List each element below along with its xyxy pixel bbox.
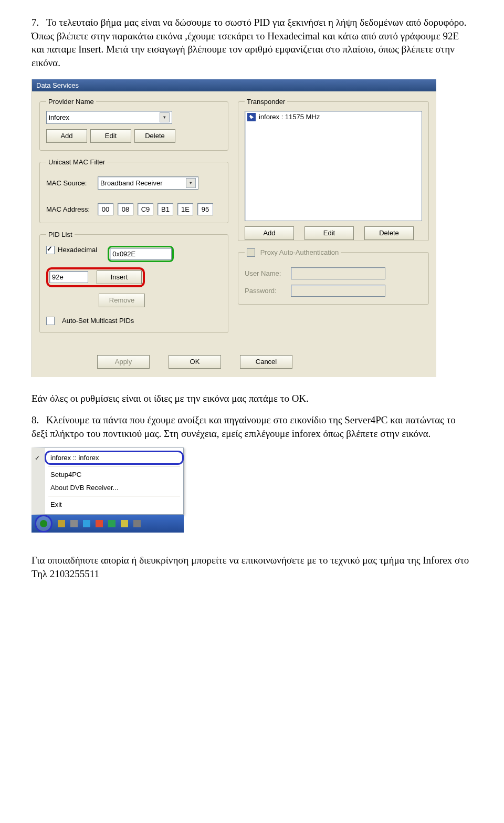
mac-octet-4[interactable]: 1E — [177, 203, 193, 215]
tray-icon[interactable] — [133, 520, 141, 527]
menu-item-setup4pc[interactable]: Setup4PC — [45, 468, 183, 481]
provider-add-button[interactable]: Add — [46, 129, 87, 143]
item8-text: Κλείνουμε τα πάντα που έχουμε ανοίξει κα… — [32, 414, 456, 439]
group-pid-list: PID List Hexadecimal 0x092E — [39, 231, 228, 333]
doc-footer: Για οποιαδήποτε απορία ή διευκρίνηση μπο… — [32, 554, 472, 580]
doc-mid-line: Εάν όλες οι ρυθμίσεις είναι οι ίδιες με … — [32, 392, 472, 405]
mac-source-combobox[interactable]: Broadband Receiver ▾ — [98, 176, 198, 190]
insert-button[interactable]: Insert — [97, 270, 142, 284]
ok-button[interactable]: OK — [169, 355, 221, 369]
screenshot-tray-menu: ✓ inforex :: inforex Setup4PC About DVB … — [32, 447, 184, 533]
item7-number: 7. — [32, 16, 46, 29]
tray-icon[interactable] — [96, 520, 103, 527]
transponder-delete-button[interactable]: Delete — [364, 226, 414, 240]
item7-text: Το τελευταίο βήμα μας είναι να δώσουμε τ… — [32, 17, 467, 68]
highlight-pid-insert: 92e Insert — [46, 267, 145, 287]
proxy-user-label: User Name: — [245, 269, 287, 277]
doc-item-8: 8.Κλείνουμε τα πάντα που έχουμε ανοίξει … — [32, 413, 472, 440]
tray-icon[interactable] — [83, 520, 90, 527]
menu-separator — [48, 496, 180, 496]
taskbar — [32, 515, 184, 533]
menu-item-about[interactable]: About DVB Receiver... — [45, 481, 183, 494]
menu-item-label: About DVB Receiver... — [50, 484, 118, 492]
group-mac-filter: Unicast MAC Filter MAC Source: Broadband… — [39, 158, 228, 223]
mac-octet-2[interactable]: C9 — [138, 203, 153, 215]
pid-listbox[interactable]: 0x092E — [110, 248, 172, 260]
doc-item-7: 7.Το τελευταίο βήμα μας είναι να δώσουμε… — [32, 16, 472, 70]
transponder-legend: Transponder — [245, 98, 287, 106]
mac-legend: Unicast MAC Filter — [46, 158, 107, 166]
menu-item-inforex[interactable]: ✓ inforex :: inforex — [45, 451, 183, 464]
chevron-down-icon: ▾ — [186, 178, 196, 188]
cancel-button[interactable]: Cancel — [240, 355, 292, 369]
chevron-down-icon: ▾ — [160, 112, 170, 122]
item8-number: 8. — [32, 413, 46, 427]
proxy-pass-label: Password: — [245, 287, 287, 295]
transponder-item: inforex : 11575 MHz — [247, 113, 419, 121]
autoset-label: Auto-Set Multicast PIDs — [62, 317, 134, 325]
mac-octet-0[interactable]: 00 — [98, 203, 113, 215]
mac-source-value: Broadband Receiver — [100, 179, 163, 187]
proxy-checkbox[interactable] — [247, 248, 255, 257]
provider-value: inforex — [49, 113, 69, 121]
dialog-title: Data Services — [32, 79, 436, 91]
context-menu: ✓ inforex :: inforex Setup4PC About DVB … — [32, 447, 184, 515]
mac-address-label: MAC Address: — [46, 205, 93, 213]
tray-icon[interactable] — [108, 520, 116, 527]
mac-octet-3[interactable]: B1 — [158, 203, 173, 215]
provider-delete-button[interactable]: Delete — [134, 129, 175, 143]
mac-octet-5[interactable]: 95 — [197, 203, 213, 215]
tray-icon[interactable] — [121, 520, 128, 527]
proxy-legend: Proxy Auto-Authentication — [260, 248, 339, 256]
pid-legend: PID List — [46, 231, 75, 238]
menu-item-label: Setup4PC — [50, 471, 81, 478]
group-transponder: Transponder inforex : 11575 MHz Add Edit… — [238, 98, 429, 241]
mac-source-label: MAC Source: — [46, 179, 93, 187]
remove-button[interactable]: Remove — [99, 294, 145, 307]
server4pc-tray-icon[interactable] — [40, 520, 47, 527]
tray-icon[interactable] — [70, 520, 78, 527]
group-proxy-auth: Proxy Auto-Authentication User Name: Pas… — [238, 248, 429, 305]
highlight-tray-icon — [35, 515, 52, 533]
menu-separator — [48, 466, 180, 466]
transponder-edit-button[interactable]: Edit — [304, 226, 354, 240]
menu-item-label: inforex :: inforex — [50, 454, 99, 462]
menu-item-label: Exit — [50, 501, 62, 508]
transponder-listbox[interactable]: inforex : 11575 MHz — [245, 111, 422, 221]
hexadecimal-label: Hexadecimal — [58, 246, 97, 254]
proxy-user-field — [291, 267, 385, 279]
screenshot-data-services: Data Services Provider Name inforex ▾ Ad… — [32, 79, 472, 377]
provider-edit-button[interactable]: Edit — [90, 129, 131, 143]
tray-icon[interactable] — [58, 520, 65, 527]
group-provider-name: Provider Name inforex ▾ Add Edit Delete — [39, 98, 228, 151]
transponder-item-text: inforex : 11575 MHz — [259, 113, 320, 121]
transponder-icon — [247, 113, 256, 121]
transponder-add-button[interactable]: Add — [245, 226, 294, 240]
highlight-pid-list: 0x092E — [108, 246, 174, 262]
apply-button[interactable]: Apply — [97, 355, 150, 369]
provider-legend: Provider Name — [46, 98, 96, 106]
hexadecimal-checkbox[interactable] — [46, 246, 55, 254]
provider-combobox[interactable]: inforex ▾ — [46, 111, 172, 124]
pid-input[interactable]: 92e — [49, 271, 88, 283]
check-icon: ✓ — [35, 454, 40, 462]
menu-item-exit[interactable]: Exit — [45, 498, 183, 511]
mac-octet-1[interactable]: 08 — [118, 203, 133, 215]
autoset-checkbox[interactable] — [46, 317, 55, 325]
proxy-pass-field — [291, 285, 385, 297]
